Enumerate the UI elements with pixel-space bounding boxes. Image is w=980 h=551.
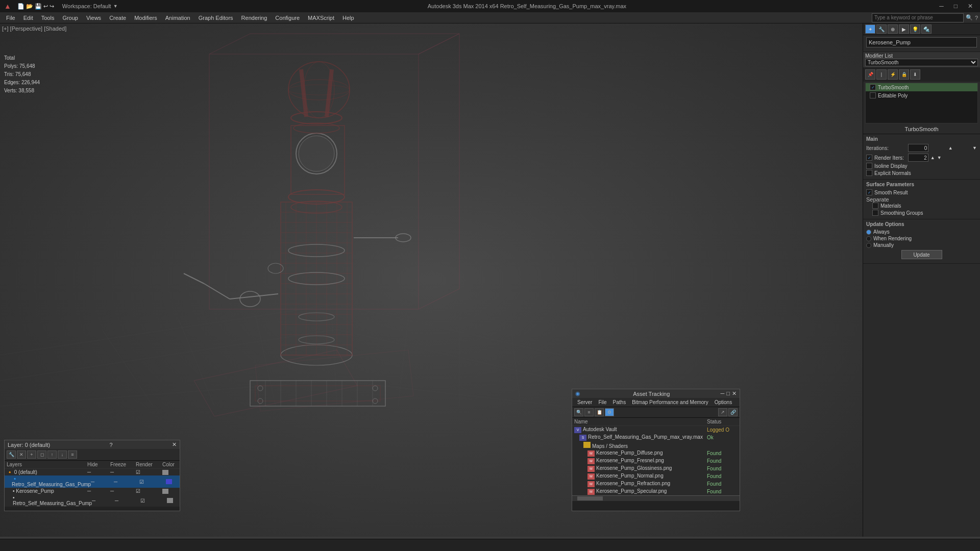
asset-menu-bitmap[interactable]: Bitmap Performance and Memory (629, 399, 712, 406)
menu-modifiers[interactable]: Modifiers (130, 14, 161, 22)
smoothing-groups-checkbox[interactable] (872, 210, 878, 216)
open-icon[interactable]: 📂 (26, 3, 33, 10)
layers-close[interactable]: ✕ (172, 441, 177, 448)
materials-checkbox[interactable] (872, 203, 878, 209)
asset-row-diffuse[interactable]: MKerosene_Pump_Diffuse.png Found (572, 449, 740, 457)
asset-btn4[interactable]: ⚙ (605, 408, 614, 416)
modifier-list-dropdown[interactable]: TurboSmooth (865, 59, 978, 66)
layers-select-btn[interactable]: ◻ (37, 450, 46, 459)
layers-new-btn[interactable]: 🔧 (7, 450, 16, 459)
when-rendering-radio[interactable] (866, 236, 871, 241)
menu-configure[interactable]: Configure (271, 14, 304, 22)
update-button[interactable]: Update (901, 250, 942, 259)
viewport-label[interactable]: [+] [Perspective] [Shaded] (2, 26, 66, 32)
render-iters-checkbox[interactable] (866, 155, 872, 161)
layer-row-retro2[interactable]: • Retro_Self_Measuring_Gas_Pump ─ ─ ☑ (5, 494, 180, 507)
menu-rendering[interactable]: Rendering (237, 14, 272, 22)
explicit-normals-checkbox[interactable] (866, 170, 872, 176)
maximize-button[interactable]: □ (951, 3, 961, 10)
menu-help[interactable]: Help (338, 14, 358, 22)
asset-row-refraction[interactable]: MKerosene_Pump_Refraction.png Found (572, 480, 740, 488)
menu-views[interactable]: Views (82, 14, 105, 22)
layer-row-retro[interactable]: 🔹 Retro_Self_Measuring_Gas_Pump ─ ─ ☑ (5, 475, 180, 488)
tab-display[interactable]: 💡 (910, 24, 920, 34)
mod-icon3[interactable]: ⚡ (888, 69, 898, 80)
iterations-spinner-down[interactable]: ▼ (972, 145, 977, 151)
mod-icon2[interactable]: | (876, 69, 887, 80)
iterations-input[interactable] (908, 144, 928, 152)
layer-color-retro2[interactable] (167, 498, 173, 503)
asset-restore-btn[interactable]: □ (726, 390, 730, 397)
layer-color-retro[interactable] (166, 479, 172, 484)
tab-motion[interactable]: ▶ (899, 24, 909, 34)
asset-btn5[interactable]: ↗ (718, 408, 727, 416)
asset-row-normal[interactable]: MKerosene_Pump_Normal.png Found (572, 472, 740, 480)
iterations-spinner-up[interactable]: ▲ (948, 145, 953, 151)
layer-row-kerosene[interactable]: • Kerosene_Pump ─ ─ ☑ (5, 488, 180, 494)
asset-table-body[interactable]: VAutodesk Vault Logged O SRetro_Self_Mea… (572, 426, 740, 495)
new-icon[interactable]: 📄 (17, 3, 24, 10)
isoline-checkbox[interactable] (866, 163, 872, 169)
asset-menu-server[interactable]: Server (574, 399, 595, 406)
render-iters-spinner-up[interactable]: ▲ (930, 155, 935, 160)
asset-row-glossiness[interactable]: MKerosene_Pump_Glossiness.png Found (572, 465, 740, 472)
redo-icon[interactable]: ↪ (50, 3, 54, 10)
asset-menu-paths[interactable]: Paths (610, 399, 629, 406)
asset-row-scene[interactable]: SRetro_Self_Measuring_Gas_Pump_max_vray.… (572, 434, 740, 441)
asset-row-fresnel[interactable]: MKerosene_Pump_Fresnel.png Found (572, 457, 740, 465)
render-iters-spinner-down[interactable]: ▼ (937, 155, 942, 160)
search-input[interactable] (872, 13, 964, 22)
layers-titlebar[interactable]: Layer: 0 (default) ? ✕ (5, 440, 180, 449)
mod-icon5[interactable]: ⬇ (910, 69, 920, 80)
render-iters-input[interactable] (908, 154, 928, 162)
asset-close-btn[interactable]: ✕ (732, 390, 737, 397)
menu-edit[interactable]: Edit (19, 14, 37, 22)
object-name-input[interactable] (866, 37, 977, 47)
layer-row-default[interactable]: 🔸 0 (default) ─ ─ ☑ (5, 469, 180, 475)
save-icon[interactable]: 💾 (35, 3, 42, 10)
editablepoly-checkbox[interactable] (870, 92, 876, 98)
search-icon[interactable]: 🔍 (966, 14, 973, 21)
mod-icon4[interactable]: 🔒 (899, 69, 909, 80)
layers-help[interactable]: ? (110, 442, 113, 448)
tab-modify[interactable]: 🔧 (876, 24, 887, 34)
manually-radio[interactable] (866, 243, 871, 248)
menu-create[interactable]: Create (105, 14, 130, 22)
asset-btn3[interactable]: 📋 (595, 408, 604, 416)
modifier-editable-poly[interactable]: Editable Poly (866, 91, 977, 99)
modifier-turbosmooth[interactable]: TurboSmooth (866, 83, 977, 91)
undo-icon[interactable]: ↩ (43, 3, 48, 10)
asset-menu-options[interactable]: Options (712, 399, 735, 406)
workspace-dropdown[interactable]: ▼ (113, 4, 118, 9)
tab-utilities[interactable]: 🔩 (921, 24, 932, 34)
menu-animation[interactable]: Animation (161, 14, 194, 22)
help-icon[interactable]: ? (975, 15, 978, 21)
asset-btn6[interactable]: 🔗 (728, 408, 738, 416)
asset-menu-file[interactable]: File (595, 399, 609, 406)
layers-btn5[interactable]: ↑ (47, 450, 57, 459)
layers-btn6[interactable]: ↓ (58, 450, 67, 459)
minimize-button[interactable]: ─ (936, 3, 947, 10)
viewport[interactable]: [+] [Perspective] [Shaded] Total Polys: … (0, 23, 863, 537)
menu-tools[interactable]: Tools (37, 14, 59, 22)
asset-row-vault[interactable]: VAutodesk Vault Logged O (572, 426, 740, 434)
pin-icon[interactable]: 📌 (865, 69, 875, 80)
asset-minimize-btn[interactable]: ─ (721, 390, 725, 397)
always-radio[interactable] (866, 230, 871, 235)
tab-hierarchy[interactable]: ⊕ (888, 24, 898, 34)
asset-btn1[interactable]: 🔍 (574, 408, 583, 416)
asset-scrollbar-thumb[interactable] (577, 496, 603, 500)
asset-btn2[interactable]: ≡ (584, 408, 594, 416)
asset-scrollbar-horizontal[interactable] (572, 495, 740, 500)
menu-maxscript[interactable]: MAXScript (304, 14, 338, 22)
turbosmooth-checkbox[interactable] (870, 84, 876, 90)
layers-scrollbar[interactable] (5, 507, 180, 511)
layer-color-kerosene[interactable] (162, 489, 168, 494)
tab-create[interactable]: ✦ (865, 24, 875, 34)
menu-file[interactable]: File (2, 14, 19, 22)
asset-row-specular[interactable]: MKerosene_Pump_Specular.png Found (572, 488, 740, 495)
asset-row-maps[interactable]: Maps / Shaders (572, 441, 740, 449)
smooth-result-checkbox[interactable] (866, 189, 872, 195)
layer-color-default[interactable] (162, 470, 168, 475)
layers-add-selection-btn[interactable]: + (27, 450, 36, 459)
